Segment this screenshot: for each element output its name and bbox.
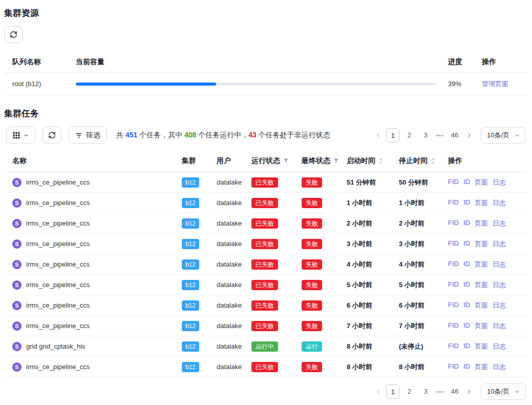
filter-funnel-icon[interactable]	[333, 158, 339, 164]
fid-link[interactable]: FID	[448, 198, 459, 208]
page-button-2[interactable]: 2	[402, 384, 416, 399]
stop-time: 3 小时前	[399, 240, 424, 248]
page-link[interactable]: 页面	[475, 280, 488, 290]
page-button-last[interactable]: 46	[448, 128, 461, 143]
page-link[interactable]: 页面	[475, 239, 488, 249]
page-button-3[interactable]: 3	[419, 128, 432, 143]
fid-link[interactable]: FID	[448, 178, 459, 187]
log-link[interactable]: 日志	[493, 280, 506, 290]
chevron-down-icon	[515, 389, 520, 394]
start-time: 51 分钟前	[347, 178, 376, 186]
cluster-tag: b12	[182, 218, 199, 229]
stop-time: 4 小时前	[399, 260, 424, 268]
spark-app-icon: S	[12, 342, 22, 351]
page-link[interactable]: 页面	[475, 321, 488, 331]
cluster-tag: b12	[182, 362, 199, 372]
table-row: S irms_ce_pipeline_ccs b12 datalake 已失败 …	[4, 357, 528, 377]
log-link[interactable]: 日志	[493, 342, 506, 351]
log-link[interactable]: 日志	[493, 178, 506, 187]
id-link[interactable]: ID	[463, 362, 470, 372]
header-name: 名称	[12, 156, 27, 166]
stop-time: 5 小时前	[399, 281, 424, 289]
filter-funnel-icon[interactable]	[283, 158, 289, 164]
cluster-tag: b12	[182, 239, 199, 249]
page-size-value: 10条/页	[487, 387, 509, 396]
manage-page-link[interactable]: 管理页面	[482, 80, 508, 88]
id-link[interactable]: ID	[463, 219, 470, 228]
task-name: irms_ce_pipeline_ccs	[26, 199, 90, 207]
sort-icon[interactable]	[378, 157, 383, 165]
fid-link[interactable]: FID	[448, 280, 459, 290]
final-status-badge: 失败	[302, 321, 322, 331]
next-page-button[interactable]	[464, 132, 474, 138]
fid-link[interactable]: FID	[448, 239, 459, 249]
user-name: datalake	[217, 240, 242, 248]
log-link[interactable]: 日志	[493, 321, 506, 331]
stop-time: 50 分钟前	[399, 178, 428, 186]
log-link[interactable]: 日志	[493, 260, 506, 269]
page-link[interactable]: 页面	[475, 342, 488, 351]
column-layout-button[interactable]	[6, 127, 35, 144]
resources-refresh-button[interactable]	[4, 26, 23, 43]
log-link[interactable]: 日志	[493, 198, 506, 208]
prev-page-button[interactable]	[374, 132, 383, 138]
id-link[interactable]: ID	[463, 239, 470, 249]
page-link[interactable]: 页面	[475, 178, 488, 187]
page-link[interactable]: 页面	[475, 198, 488, 208]
page-size-select[interactable]: 10条/页	[481, 383, 526, 400]
id-link[interactable]: ID	[463, 301, 470, 310]
user-name: datalake	[217, 260, 242, 268]
log-link[interactable]: 日志	[493, 362, 506, 372]
fid-link[interactable]: FID	[448, 219, 459, 228]
page-button-1[interactable]: 1	[386, 384, 399, 399]
id-link[interactable]: ID	[463, 178, 470, 187]
log-link[interactable]: 日志	[493, 239, 506, 249]
fid-link[interactable]: FID	[448, 321, 459, 331]
task-name: irms_ce_pipeline_ccs	[26, 178, 90, 186]
page-size-select[interactable]: 10条/页	[481, 127, 526, 144]
log-link[interactable]: 日志	[493, 219, 506, 228]
fid-link[interactable]: FID	[448, 362, 459, 372]
page-button-1[interactable]: 1	[386, 128, 399, 143]
header-operations: 操作	[448, 156, 462, 166]
start-time: 5 小时前	[347, 281, 372, 289]
id-link[interactable]: ID	[463, 342, 470, 351]
page-button-2[interactable]: 2	[402, 128, 416, 143]
tasks-summary: 共 451 个任务，其中 408 个任务运行中，43 个任务处于非运行状态	[116, 131, 330, 140]
page-ellipsis[interactable]: •••	[435, 132, 445, 138]
cluster-tag: b12	[182, 300, 199, 311]
final-status-badge: 失败	[302, 218, 322, 229]
page-link[interactable]: 页面	[475, 219, 488, 228]
id-link[interactable]: ID	[463, 260, 470, 269]
stop-time: 1 小时前	[399, 199, 424, 207]
fid-link[interactable]: FID	[448, 260, 459, 269]
user-name: datalake	[217, 219, 242, 227]
log-link[interactable]: 日志	[493, 301, 506, 310]
page-link[interactable]: 页面	[475, 362, 488, 372]
task-name: irms_ce_pipeline_ccs	[26, 363, 90, 371]
spark-app-icon: S	[12, 219, 22, 228]
page-link[interactable]: 页面	[475, 260, 488, 269]
page-link[interactable]: 页面	[475, 301, 488, 310]
spark-app-icon: S	[12, 280, 22, 290]
next-page-button[interactable]	[464, 389, 474, 395]
page-ellipsis[interactable]: •••	[435, 389, 445, 395]
filter-button[interactable]: 筛选	[69, 127, 107, 144]
sort-icon[interactable]	[431, 157, 435, 165]
id-link[interactable]: ID	[463, 280, 470, 290]
id-link[interactable]: ID	[463, 321, 470, 331]
fid-link[interactable]: FID	[448, 342, 459, 351]
filter-button-label: 筛选	[86, 131, 100, 140]
id-link[interactable]: ID	[463, 198, 470, 208]
header-queue-name: 队列名称	[12, 57, 76, 67]
cluster-tag: b12	[182, 177, 199, 188]
fid-link[interactable]: FID	[448, 301, 459, 310]
prev-page-button[interactable]	[374, 389, 383, 395]
header-final-status: 最终状态	[302, 156, 330, 166]
stop-time: (未停止)	[399, 342, 423, 350]
page-button-3[interactable]: 3	[419, 384, 432, 399]
page-button-last[interactable]: 46	[448, 384, 461, 399]
total-count: 451	[125, 131, 137, 139]
tasks-refresh-button[interactable]	[42, 127, 61, 144]
task-name: irms_ce_pipeline_ccs	[26, 260, 90, 268]
